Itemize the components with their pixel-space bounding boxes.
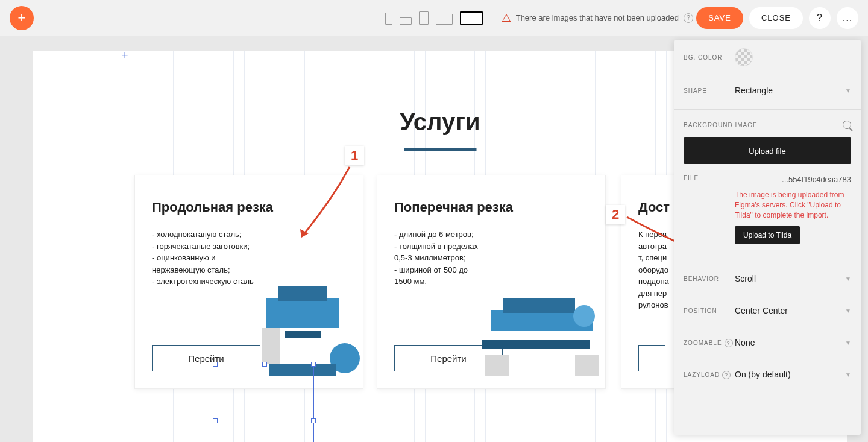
resize-handle-r[interactable]	[311, 418, 316, 423]
save-button[interactable]: SAVE	[696, 7, 743, 29]
device-phone-landscape-icon[interactable]	[400, 17, 412, 25]
svg-rect-1	[278, 286, 327, 301]
file-label: FILE	[684, 175, 735, 184]
card-description[interactable]: - холоднокатаную сталь; - горячекатаные …	[152, 229, 259, 288]
close-button[interactable]: CLOSE	[749, 7, 803, 29]
annotation-1: 1	[345, 146, 364, 165]
chevron-down-icon: ▼	[845, 371, 851, 378]
behavior-label: BEHAVIOR	[684, 276, 735, 282]
service-card[interactable]: Поперечная резка - длиной до 6 метров; -…	[377, 175, 606, 389]
chevron-down-icon: ▼	[845, 276, 851, 282]
title-underline	[404, 148, 476, 151]
chevron-down-icon: ▼	[845, 308, 851, 314]
annotation-2: 2	[606, 205, 625, 224]
shape-select[interactable]: Rectangle▼	[735, 83, 851, 98]
svg-point-11	[573, 305, 595, 327]
section-title-block: Услуги	[400, 109, 480, 151]
shape-label: SHAPE	[684, 87, 735, 94]
bgimage-section-label: BACKGROUND IMAGE	[684, 122, 758, 128]
section-title[interactable]: Услуги	[400, 109, 480, 136]
resize-handle-tr[interactable]	[311, 362, 316, 367]
zoomable-label: ZOOMABLE?	[684, 339, 735, 347]
device-switcher	[385, 11, 483, 25]
more-button[interactable]: ...	[837, 7, 858, 29]
resize-handle-l[interactable]	[213, 418, 218, 423]
file-name: ...554f19c4deaa783	[782, 175, 851, 184]
card-title[interactable]: Поперечная резка	[394, 200, 588, 215]
chevron-down-icon: ▼	[845, 339, 851, 346]
upload-file-button[interactable]: Upload file	[684, 137, 851, 164]
position-label: POSITION	[684, 308, 735, 314]
device-phone-portrait-icon[interactable]	[385, 13, 392, 25]
import-note: The image is being uploaded from Figma's…	[674, 190, 861, 226]
zoomable-select[interactable]: None▼	[735, 335, 851, 350]
help-icon[interactable]: ?	[725, 339, 733, 347]
canvas-corner-marker: +	[122, 49, 128, 62]
upload-to-tilda-button[interactable]: Upload to Tilda	[735, 226, 800, 244]
lazyload-select[interactable]: On (by default)▼	[735, 367, 851, 382]
help-button[interactable]: ?	[809, 7, 831, 29]
svg-rect-9	[485, 355, 509, 376]
svg-rect-8	[482, 340, 590, 349]
position-select[interactable]: Center Center▼	[735, 303, 851, 318]
machine-image[interactable]	[479, 274, 605, 388]
properties-panel: BG. COLOR SHAPE Rectangle▼ BACKGROUND IM…	[674, 40, 861, 435]
svg-rect-2	[262, 328, 280, 364]
svg-rect-10	[575, 355, 599, 376]
search-icon[interactable]	[843, 121, 851, 129]
device-desktop-icon[interactable]	[460, 11, 483, 25]
bgcolor-label: BG. COLOR	[684, 54, 735, 61]
warning-text: There are images that have not been uplo…	[516, 13, 679, 22]
chevron-down-icon: ▼	[845, 87, 851, 94]
add-button[interactable]: +	[10, 6, 34, 30]
warning-triangle-icon	[502, 14, 511, 22]
annotation-arrow-1	[295, 164, 356, 242]
svg-rect-3	[285, 331, 321, 338]
upload-warning: There are images that have not been uplo…	[502, 13, 693, 23]
help-icon[interactable]: ?	[722, 371, 731, 379]
lazyload-label: LAZYLOAD?	[684, 371, 735, 379]
svg-rect-0	[266, 298, 339, 328]
svg-rect-7	[503, 298, 575, 313]
behavior-select[interactable]: Scroll▼	[735, 271, 851, 286]
resize-handle-tl[interactable]	[213, 362, 218, 367]
card-goto-button[interactable]	[638, 345, 665, 371]
device-tablet-landscape-icon[interactable]	[436, 14, 453, 25]
resize-handle-t[interactable]	[262, 362, 267, 367]
help-icon[interactable]: ?	[684, 13, 693, 23]
selection-box[interactable]: 165 × 190 ⚠	[215, 364, 314, 442]
bgcolor-swatch[interactable]	[735, 48, 753, 66]
device-tablet-portrait-icon[interactable]	[419, 11, 429, 25]
top-toolbar: + There are images that have not been up…	[0, 0, 868, 36]
